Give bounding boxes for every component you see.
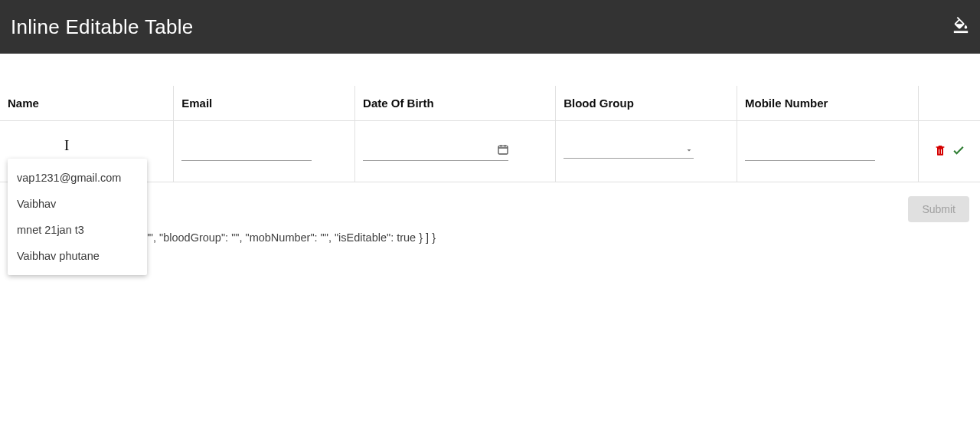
- check-icon[interactable]: [951, 143, 966, 161]
- col-header-name: Name: [0, 86, 174, 121]
- submit-row: Submit: [0, 182, 980, 222]
- col-header-mobile: Mobile Number: [737, 86, 919, 121]
- is-valid-debug: Is Valid: false: [12, 253, 968, 265]
- autocomplete-option[interactable]: Vaibhav: [8, 191, 147, 217]
- app-header: Inline Editable Table: [0, 0, 980, 54]
- text-cursor-icon: I: [64, 137, 69, 154]
- page-title: Inline Editable Table: [11, 15, 194, 39]
- autocomplete-option[interactable]: Vaibhav phutane: [8, 243, 147, 269]
- paint-bucket-icon[interactable]: [952, 17, 969, 37]
- svg-rect-0: [498, 146, 508, 154]
- delete-icon[interactable]: [934, 143, 946, 160]
- email-input[interactable]: [181, 142, 312, 161]
- col-header-email: Email: [174, 86, 355, 121]
- blood-group-select[interactable]: [564, 144, 694, 159]
- mobile-input[interactable]: [745, 142, 875, 161]
- autocomplete-option[interactable]: vap1231@gmail.com: [8, 165, 147, 191]
- submit-button[interactable]: Submit: [908, 196, 969, 222]
- editable-table: Name Email Date Of Birth Blood Group Mob…: [0, 86, 980, 182]
- col-header-actions: [918, 86, 980, 121]
- dob-input[interactable]: [363, 142, 497, 160]
- calendar-icon[interactable]: [497, 143, 509, 159]
- autocomplete-option[interactable]: mnet 21jan t3: [8, 217, 147, 243]
- debug-output: ame": "", "email": "", "dob": "", "blood…: [0, 222, 980, 265]
- table-row: I: [0, 121, 980, 182]
- blood-group-value: [564, 144, 684, 158]
- col-header-dob: Date Of Birth: [355, 86, 556, 121]
- table-header-row: Name Email Date Of Birth Blood Group Mob…: [0, 86, 980, 121]
- form-data-debug: ame": "", "email": "", "dob": "", "blood…: [12, 231, 968, 244]
- col-header-blood-group: Blood Group: [556, 86, 737, 121]
- chevron-down-icon: [684, 144, 694, 158]
- autocomplete-dropdown: vap1231@gmail.com Vaibhav mnet 21jan t3 …: [8, 159, 147, 275]
